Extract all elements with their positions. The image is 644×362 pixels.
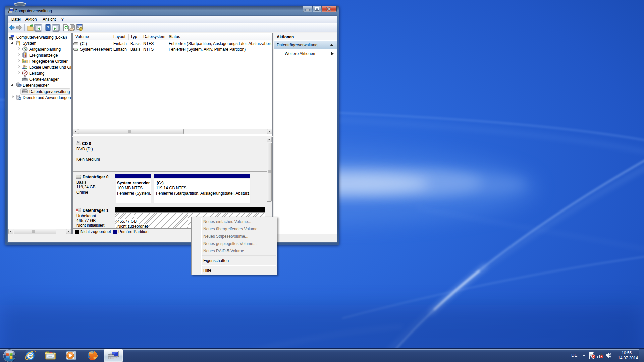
- svg-text:?: ?: [47, 25, 49, 31]
